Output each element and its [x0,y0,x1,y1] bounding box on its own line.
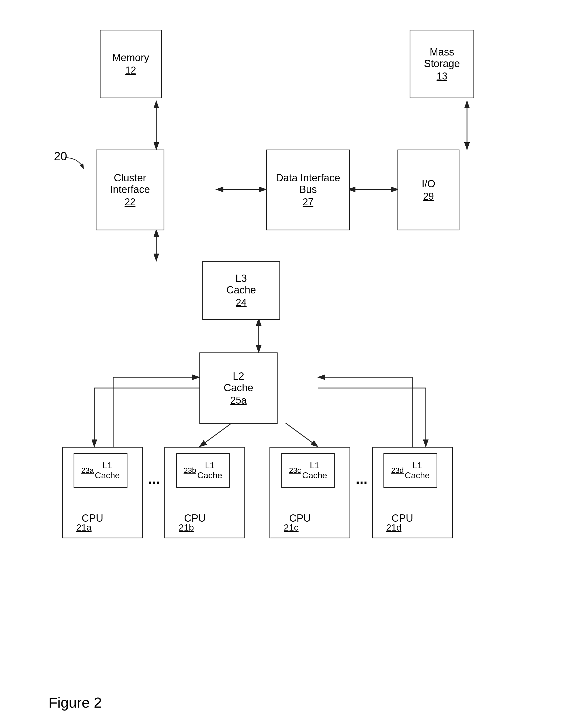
cpu-21a-l1-box: 23a L1Cache [74,453,127,488]
cluster-interface-label: ClusterInterface [110,172,150,195]
cpu-21c-l1-box: 23c L1Cache [281,453,335,488]
io-label: I/O [422,178,436,190]
mass-storage-label: MassStorage [424,46,460,69]
l3-label: L3Cache [226,273,256,296]
label-20-arrow [62,155,94,176]
dib-num: 27 [302,196,313,208]
cpu-21c-l1-label: L1Cache [302,461,327,480]
cpu-21d-l1-num: 23d [391,466,404,475]
cpu-21b-l1-label: L1Cache [197,461,222,480]
l2-num: 25a [230,395,247,406]
cpu-21b-outer: 23b L1Cache CPU 21b [164,447,245,538]
memory-label: Memory [112,52,149,64]
connections-svg [48,16,561,663]
cpu-21d-l1-box: 23d L1Cache [383,453,437,488]
io-box: I/O 29 [398,150,459,230]
dots-left: ··· [148,474,160,490]
cpu-21d-l1-label: L1Cache [405,461,430,480]
cpu-21b-l1-box: 23b L1Cache [176,453,230,488]
io-num: 29 [423,191,434,202]
cpu-21b-l1-num: 23b [184,466,196,475]
dots-right: ··· [356,474,367,490]
mass-storage-num: 13 [437,70,447,82]
cpu-21a-l1-label: L1Cache [95,461,120,480]
cluster-interface-box: ClusterInterface 22 [96,150,164,230]
cluster-interface-num: 22 [125,196,135,208]
memory-num: 12 [125,65,136,76]
data-interface-bus-box: Data InterfaceBus 27 [266,150,350,230]
cpu-21c-l1-num: 23c [289,466,301,475]
mass-storage-box: MassStorage 13 [410,30,474,98]
dib-label: Data InterfaceBus [276,172,340,195]
cpu-21d-outer: 23d L1Cache CPU 21d [372,447,453,538]
l3-num: 24 [236,297,247,308]
ci-l3-arrow [48,16,561,663]
cpu-21a-l1-num: 23a [81,466,94,475]
cpu-21d-num: 21d [386,522,401,533]
cpu-21c-outer: 23c L1Cache CPU 21c [270,447,350,538]
l3-cache-box: L3Cache 24 [202,261,280,320]
cpu-21b-num: 21b [178,522,194,533]
diagram: Memory 12 MassStorage 13 ClusterInterfac… [48,16,561,663]
cpu-21c-num: 21c [284,522,299,533]
cpu-21a-num: 21a [76,522,92,533]
label-20: 20 [54,150,67,163]
cpu-21a-outer: 23a L1Cache CPU 21a [62,447,143,538]
l2-label: L2Cache [224,370,253,394]
figure-caption: Figure 2 [48,694,102,711]
memory-box: Memory 12 [100,30,162,98]
l2-cache-box: L2Cache 25a [200,352,277,424]
